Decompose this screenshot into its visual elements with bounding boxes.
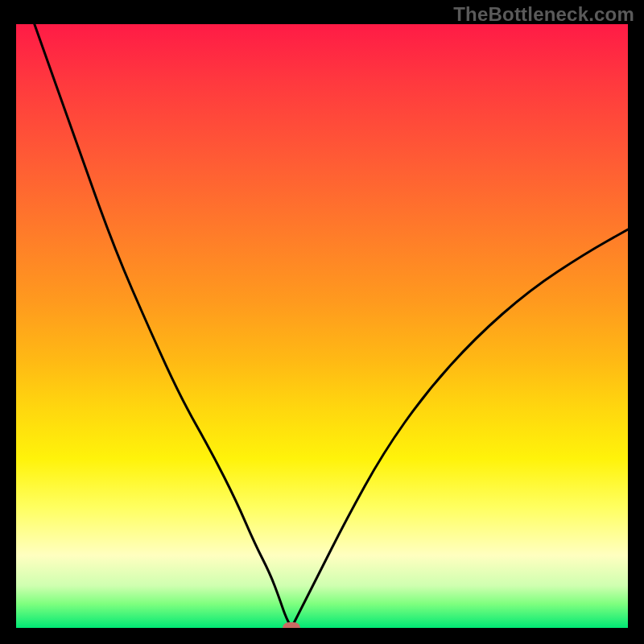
bottleneck-curve bbox=[16, 24, 628, 628]
chart-frame: TheBottleneck.com bbox=[0, 0, 644, 644]
watermark-text: TheBottleneck.com bbox=[453, 3, 634, 26]
optimum-marker bbox=[283, 622, 300, 628]
plot-area bbox=[16, 24, 628, 628]
